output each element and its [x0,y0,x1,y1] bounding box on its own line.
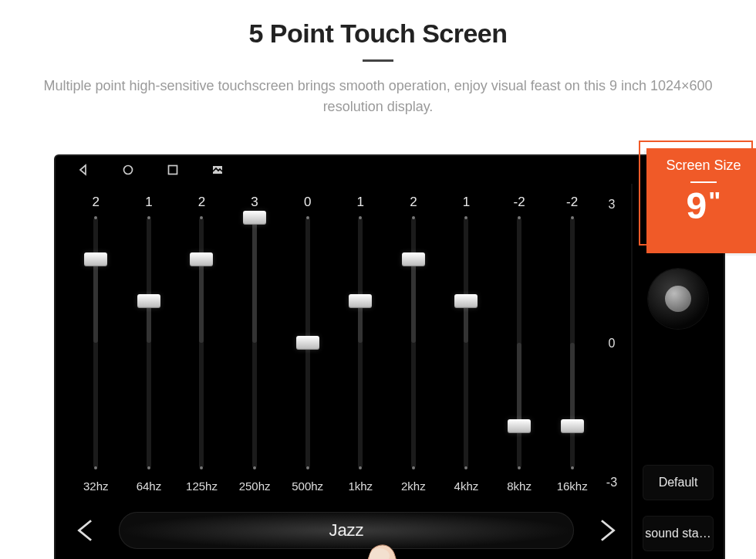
device-screen: 232hz164hz2125hz3250hz0500hz11khz22khz14… [54,154,725,559]
badge-divider [690,181,717,183]
equalizer-bands: 232hz164hz2125hz3250hz0500hz11khz22khz14… [69,191,625,496]
eq-band-8khz[interactable]: -28khz [493,191,546,496]
band-slider[interactable] [358,218,363,468]
slider-knob-icon [454,294,478,308]
eq-band-500hz[interactable]: 0500hz [281,191,334,496]
band-freq-label: 125hz [186,477,218,496]
band-value: 2 [93,191,100,213]
badge-label: Screen Size [651,158,756,174]
eq-band-4khz[interactable]: 14khz [440,191,493,496]
promo-title: 5 Point Touch Screen [0,19,756,49]
band-slider[interactable] [252,218,257,468]
joystick-icon [665,286,691,312]
band-freq-label: 16khz [557,477,588,496]
band-value: 3 [251,191,258,213]
band-freq-label: 1khz [348,477,373,496]
screen-size-badge: Screen Size 9" [646,148,756,253]
band-freq-label: 500hz [292,477,323,496]
band-slider[interactable] [305,218,310,468]
slider-knob-icon [137,294,160,308]
svg-rect-1 [169,166,177,174]
eq-band-1khz[interactable]: 11khz [334,191,387,496]
preset-name[interactable]: Jazz [119,512,574,549]
eq-band-2khz[interactable]: 22khz [387,191,440,496]
eq-band-125hz[interactable]: 2125hz [175,191,228,496]
gallery-icon[interactable] [211,164,224,176]
scale-min: -3 [606,392,617,496]
band-slider[interactable] [411,218,416,468]
preset-row: Jazz [69,510,623,551]
home-icon[interactable] [122,164,134,176]
scale-mid: 0 [608,295,615,392]
band-value: 2 [410,191,417,213]
eq-band-32hz[interactable]: 232hz [69,191,123,496]
android-navbar [56,156,724,184]
slider-knob-icon [349,294,372,308]
band-freq-label: 250hz [239,477,271,496]
balance-button[interactable] [648,269,708,329]
back-icon[interactable] [77,164,89,176]
band-value: -2 [566,191,578,213]
band-slider[interactable] [464,218,468,468]
slider-knob-icon [296,336,319,350]
default-button[interactable]: Default [643,465,714,500]
badge-unit: " [708,186,721,215]
slider-knob-icon [190,252,213,266]
eq-band-250hz[interactable]: 3250hz [228,191,282,496]
slider-knob-icon [84,252,107,266]
band-value: 2 [198,191,205,213]
svg-point-0 [124,166,133,174]
slider-knob-icon [402,252,425,266]
band-value: 1 [357,191,364,213]
band-slider[interactable] [517,218,521,468]
scale-max: 3 [608,191,615,295]
band-freq-label: 4khz [454,477,479,496]
slider-knob-icon [508,419,531,433]
promo-subtitle: Multiple point high-sensitive touchscree… [39,76,717,117]
band-freq-label: 8khz [507,477,532,496]
band-value: 1 [145,191,152,213]
band-freq-label: 64hz [137,477,162,496]
band-value: -2 [513,191,525,213]
band-slider[interactable] [93,218,98,468]
band-freq-label: 2khz [401,477,426,496]
eq-scale: 3 0 -3 [599,191,625,496]
band-freq-label: 32hz [83,477,109,496]
prev-preset-button[interactable] [69,514,102,547]
eq-band-64hz[interactable]: 164hz [123,191,176,496]
badge-value: 9 [687,185,707,226]
promo-divider [363,59,393,62]
band-slider[interactable] [570,218,575,468]
band-slider[interactable] [147,218,151,468]
recents-icon[interactable] [167,164,179,176]
band-value: 1 [463,191,470,213]
slider-knob-icon [561,419,584,433]
next-preset-button[interactable] [591,514,623,547]
band-value: 0 [304,191,311,213]
sound-stage-button[interactable]: sound sta… [643,516,714,551]
eq-band-16khz[interactable]: -216khz [545,191,599,496]
slider-knob-icon [243,211,266,225]
band-slider[interactable] [199,218,204,468]
